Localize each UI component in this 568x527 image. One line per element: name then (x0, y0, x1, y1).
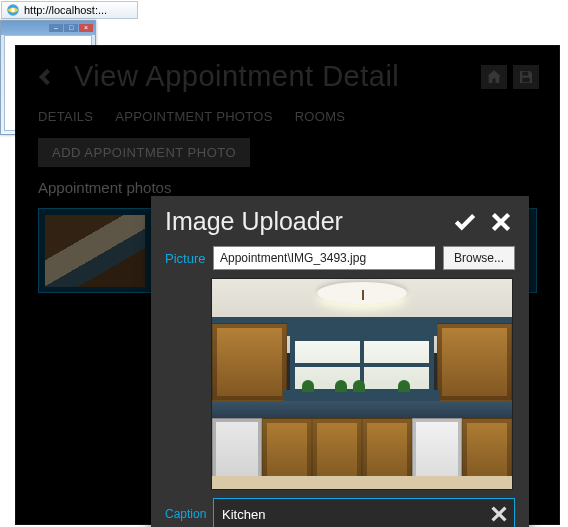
caption-input[interactable] (222, 507, 488, 522)
image-preview (211, 278, 513, 490)
cancel-button[interactable] (487, 209, 515, 235)
browse-button[interactable]: Browse... (443, 246, 515, 270)
file-path-field[interactable]: Appointment\IMG_3493.jpg (213, 246, 435, 270)
win-min-icon[interactable]: – (49, 24, 63, 32)
confirm-button[interactable] (451, 209, 479, 235)
svg-point-1 (11, 8, 15, 12)
browser-tab: http://localhost:... (1, 1, 138, 19)
caption-label: Caption (165, 507, 205, 521)
win-close-icon[interactable]: × (79, 24, 93, 32)
win-max-icon[interactable]: □ (64, 24, 78, 32)
picture-label: Picture (165, 251, 205, 266)
app-window: View Appointment Detail DETAILS APPOINTM… (15, 45, 560, 525)
ie-icon (6, 3, 20, 17)
caption-input-wrapper (213, 498, 515, 527)
image-uploader-dialog: Image Uploader Picture Appointment\IMG_3… (151, 196, 529, 527)
browser-url: http://localhost:... (24, 4, 107, 16)
dialog-title: Image Uploader (165, 207, 443, 236)
clear-caption-button[interactable] (488, 503, 510, 525)
